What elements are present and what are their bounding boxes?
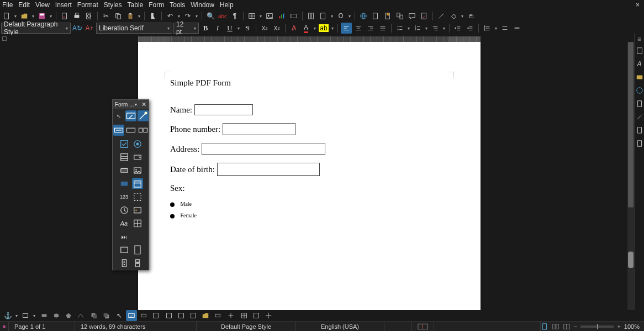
fc-spin-icon[interactable]: [119, 258, 130, 269]
underline-menu[interactable]: ▾: [236, 23, 241, 34]
auto-focus-icon[interactable]: [212, 310, 223, 321]
special-char-icon[interactable]: Ω: [335, 10, 346, 22]
wrap-menu[interactable]: ▾: [32, 310, 36, 321]
fc-radio-icon[interactable]: [132, 138, 143, 150]
status-insert-mode[interactable]: [412, 322, 434, 331]
scrollbar-thumb[interactable]: [628, 42, 634, 207]
menu-window[interactable]: Window: [191, 1, 214, 9]
page-break-icon[interactable]: [305, 10, 316, 22]
fc-group-icon[interactable]: [132, 191, 143, 202]
fc-date-icon[interactable]: [132, 178, 143, 189]
zoom-value[interactable]: 100%: [624, 323, 640, 330]
fc-check-icon[interactable]: [119, 138, 130, 150]
update-style-icon[interactable]: A↻: [72, 23, 83, 34]
align-right-button[interactable]: [365, 23, 376, 34]
shapes-menu[interactable]: ▾: [460, 10, 464, 22]
select-icon[interactable]: ↖: [114, 310, 125, 321]
fc-pushbutton-icon[interactable]: [119, 165, 130, 176]
menu-insert[interactable]: Insert: [55, 1, 72, 9]
menu-styles[interactable]: Styles: [104, 1, 122, 9]
doc-title[interactable]: Simple PDF Form: [170, 78, 448, 88]
scrollbar-handle[interactable]: [628, 252, 634, 268]
field-icon[interactable]: [318, 10, 329, 22]
new-style-icon[interactable]: A+: [84, 23, 95, 34]
print-icon[interactable]: [71, 10, 82, 22]
fc-textbox-icon[interactable]: [125, 125, 136, 136]
cut-icon[interactable]: ✂: [101, 10, 112, 22]
align-center-button[interactable]: [353, 23, 364, 34]
menu-view[interactable]: View: [35, 1, 50, 9]
fc-numeric-icon[interactable]: 123: [119, 191, 130, 202]
outline-list-menu[interactable]: ▾: [442, 23, 446, 34]
draw-icon[interactable]: [466, 10, 477, 22]
italic-button[interactable]: I: [212, 23, 223, 34]
strikethrough-button[interactable]: S: [242, 23, 253, 34]
line-icon[interactable]: [436, 10, 447, 22]
radio-male-row[interactable]: Male: [170, 201, 448, 207]
spellcheck-icon[interactable]: abc: [217, 10, 228, 22]
open-menu[interactable]: ▾: [31, 10, 35, 22]
zoom-slider[interactable]: [580, 325, 614, 328]
highlight-menu[interactable]: ▾: [330, 23, 335, 34]
table-menu[interactable]: ▾: [258, 10, 263, 22]
fc-combobox-icon[interactable]: [132, 152, 143, 163]
to-front-icon[interactable]: [88, 310, 99, 321]
find-icon[interactable]: 🔍: [205, 10, 216, 22]
menu-table[interactable]: Table: [128, 1, 144, 9]
fc-checkbox-icon[interactable]: [138, 125, 149, 136]
bullet-list-button[interactable]: [394, 23, 405, 34]
font-name-combo[interactable]: Liberation Serif ▾: [96, 23, 172, 34]
fc-imagebutton-icon[interactable]: [132, 165, 143, 176]
copy-icon[interactable]: [113, 10, 124, 22]
field-menu[interactable]: ▾: [330, 10, 334, 22]
fc-image-icon[interactable]: [119, 244, 130, 255]
sidebar-accessibility-icon[interactable]: [635, 139, 644, 148]
number-list-menu[interactable]: ▾: [424, 23, 429, 34]
address-textbox[interactable]: [202, 143, 325, 155]
form-props-icon[interactable]: [150, 310, 161, 321]
anchor-icon[interactable]: ⚓: [2, 310, 13, 321]
open-icon[interactable]: [19, 10, 30, 22]
save-icon[interactable]: [36, 10, 47, 22]
radio-female-row[interactable]: Female: [170, 212, 448, 218]
to-back-icon[interactable]: [101, 310, 112, 321]
print-preview-icon[interactable]: [83, 10, 94, 22]
menu-form[interactable]: Form: [149, 1, 164, 9]
increase-para-space-button[interactable]: [499, 23, 510, 34]
track-changes-icon[interactable]: [419, 10, 430, 22]
snap-grid-icon[interactable]: [251, 310, 262, 321]
name-textbox[interactable]: [194, 104, 253, 115]
table-icon[interactable]: [246, 10, 257, 22]
cross-ref-icon[interactable]: [394, 10, 405, 22]
form-design-icon[interactable]: [126, 310, 137, 321]
align-left-button[interactable]: [341, 23, 352, 34]
anchor-menu[interactable]: ▾: [14, 310, 19, 321]
form-nav-icon[interactable]: [163, 310, 175, 321]
position-size-icon[interactable]: [225, 310, 236, 321]
menu-file[interactable]: File: [2, 1, 13, 9]
vertical-scrollbar[interactable]: [627, 42, 634, 310]
document-area[interactable]: Simple PDF Form Name: Phone number: Addr…: [0, 42, 627, 310]
underline-button[interactable]: U: [224, 23, 235, 34]
open-readonly-icon[interactable]: [200, 310, 211, 321]
fc-nav-icon[interactable]: ⏭: [119, 231, 130, 242]
fc-label-icon[interactable]: [113, 125, 124, 136]
undo-icon[interactable]: ↶: [165, 10, 176, 22]
phone-textbox[interactable]: [223, 123, 295, 135]
sidebar-styles-icon[interactable]: A: [635, 60, 644, 68]
decrease-para-space-button[interactable]: [511, 23, 522, 34]
bookmark-icon[interactable]: [382, 10, 393, 22]
fc-formatted-icon[interactable]: [119, 178, 130, 189]
page[interactable]: Simple PDF Form Name: Phone number: Addr…: [138, 42, 481, 310]
zoom-out-button[interactable]: −: [574, 323, 577, 330]
bold-button[interactable]: B: [200, 23, 211, 34]
new-doc-menu[interactable]: ▾: [13, 10, 18, 22]
curve-icon[interactable]: [75, 310, 86, 321]
fc-listbox-icon[interactable]: [119, 152, 130, 163]
number-list-button[interactable]: 12: [412, 23, 423, 34]
align-justify-button[interactable]: [377, 23, 388, 34]
highlight-icon[interactable]: ab: [318, 23, 329, 34]
chart-icon[interactable]: [276, 10, 287, 22]
fc-currency-icon[interactable]: [132, 205, 143, 216]
fc-table-icon[interactable]: [132, 218, 143, 229]
